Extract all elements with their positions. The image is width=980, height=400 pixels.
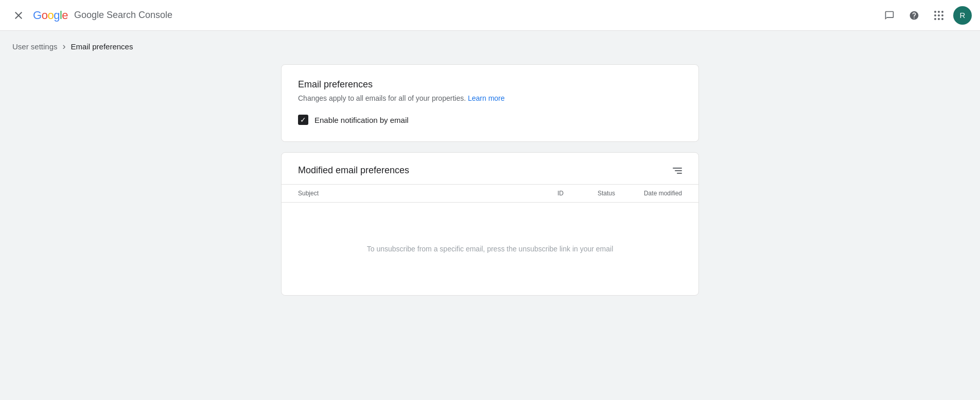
email-prefs-title: Email preferences [298,79,682,90]
modified-preferences-card: Modified email preferences Subject ID St… [281,152,699,296]
header-right: R [879,5,972,26]
grid-icon [934,11,943,20]
enable-notification-checkbox[interactable]: ✓ [298,115,308,125]
app-title: Google Search Console [74,10,172,21]
email-prefs-content: Email preferences Changes apply to all e… [282,65,698,141]
modified-card-header: Modified email preferences [282,153,698,184]
feedback-button[interactable] [879,5,900,26]
table-body: To unsubscribe from a specific email, pr… [282,203,698,295]
empty-state-message: To unsubscribe from a specific email, pr… [367,245,614,253]
breadcrumb-parent[interactable]: User settings [12,42,58,51]
filter-icon [673,168,682,174]
table-header: Subject ID Status Date modified [282,184,698,203]
column-id: ID [522,190,564,197]
checkbox-row: ✓ Enable notification by email [298,115,682,125]
breadcrumb-current: Email preferences [71,42,133,51]
header-left: Google Google Search Console [8,5,879,26]
column-date-modified: Date modified [615,190,682,197]
checkbox-label: Enable notification by email [314,116,409,124]
column-status: Status [564,190,615,197]
column-subject: Subject [298,190,522,197]
breadcrumb-separator: › [63,41,66,52]
close-button[interactable] [8,5,29,26]
subtitle-text: Changes apply to all emails for all of y… [298,94,466,102]
breadcrumb: User settings › Email preferences [0,31,980,60]
avatar[interactable]: R [953,6,972,25]
app-header: Google Google Search Console R [0,0,980,31]
email-prefs-subtitle: Changes apply to all emails for all of y… [298,94,682,102]
help-button[interactable] [904,5,924,26]
main-content: Email preferences Changes apply to all e… [269,60,711,318]
filter-button[interactable] [673,168,682,174]
learn-more-link[interactable]: Learn more [468,94,505,102]
google-logo: Google [33,9,68,22]
apps-button[interactable] [929,5,949,26]
modified-card-title: Modified email preferences [298,165,409,176]
email-preferences-card: Email preferences Changes apply to all e… [281,64,699,142]
checkmark-icon: ✓ [300,116,306,123]
